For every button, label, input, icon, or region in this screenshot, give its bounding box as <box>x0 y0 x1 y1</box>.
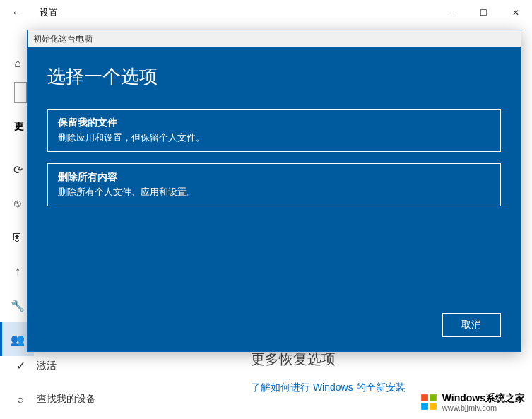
update-section-label: 更 <box>14 120 24 133</box>
window-titlebar: ← 设置 ─ ☐ ✕ <box>0 0 532 25</box>
shield-icon: ⛨ <box>11 231 24 244</box>
delivery-icon: ⎋ <box>11 197 24 210</box>
search-box-partial[interactable] <box>14 82 27 103</box>
window-controls: ─ ☐ ✕ <box>435 0 532 25</box>
window-left-group: ← 设置 <box>11 6 58 19</box>
backup-icon: ↑ <box>11 265 24 278</box>
windows-logo-icon <box>420 393 438 411</box>
location-icon: ⌕ <box>14 393 27 406</box>
check-icon: ✓ <box>14 359 27 372</box>
close-button[interactable]: ✕ <box>500 0 532 25</box>
dialog-heading: 选择一个选项 <box>47 64 501 89</box>
svg-rect-2 <box>421 403 428 410</box>
recovery-icon: 👥 <box>11 333 24 346</box>
option-keep-files-desc: 删除应用和设置，但保留个人文件。 <box>58 131 490 144</box>
svg-rect-1 <box>430 394 437 401</box>
watermark-url: www.bjjmlv.com <box>442 403 525 412</box>
option-keep-files-title: 保留我的文件 <box>58 117 490 129</box>
back-icon[interactable]: ← <box>11 6 23 19</box>
activation-label: 激活 <box>37 360 57 372</box>
option-keep-files[interactable]: 保留我的文件 删除应用和设置，但保留个人文件。 <box>47 109 501 152</box>
sidebar-item-activation[interactable]: ✓ 激活 <box>14 359 57 372</box>
cancel-button[interactable]: 取消 <box>442 313 501 337</box>
option-remove-everything[interactable]: 删除所有内容 删除所有个人文件、应用和设置。 <box>47 163 501 206</box>
more-recovery-heading: 更多恢复选项 <box>251 350 336 369</box>
svg-rect-0 <box>421 394 428 401</box>
minimize-button[interactable]: ─ <box>435 0 467 25</box>
sidebar-item-find-device[interactable]: ⌕ 查找我的设备 <box>14 393 96 406</box>
watermark-text: Windows系统之家 www.bjjmlv.com <box>442 393 525 412</box>
reset-pc-dialog: 初始化这台电脑 选择一个选项 保留我的文件 删除应用和设置，但保留个人文件。 删… <box>27 30 521 352</box>
maximize-button[interactable]: ☐ <box>467 0 500 25</box>
watermark-title: Windows系统之家 <box>442 393 525 403</box>
find-device-label: 查找我的设备 <box>37 393 96 406</box>
option-remove-desc: 删除所有个人文件、应用和设置。 <box>58 186 490 199</box>
option-remove-title: 删除所有内容 <box>58 171 490 184</box>
dialog-titlebar: 初始化这台电脑 <box>28 30 521 47</box>
home-icon: ⌂ <box>11 57 24 70</box>
window-title: 设置 <box>40 6 58 19</box>
dialog-body: 选择一个选项 保留我的文件 删除应用和设置，但保留个人文件。 删除所有内容 删除… <box>28 47 521 351</box>
sync-icon: ⟳ <box>11 163 24 177</box>
wrench-icon: 🔧 <box>11 299 24 312</box>
watermark: Windows系统之家 www.bjjmlv.com <box>420 393 525 412</box>
fresh-install-link[interactable]: 了解如何进行 Windows 的全新安装 <box>251 382 406 394</box>
svg-rect-3 <box>430 403 437 410</box>
